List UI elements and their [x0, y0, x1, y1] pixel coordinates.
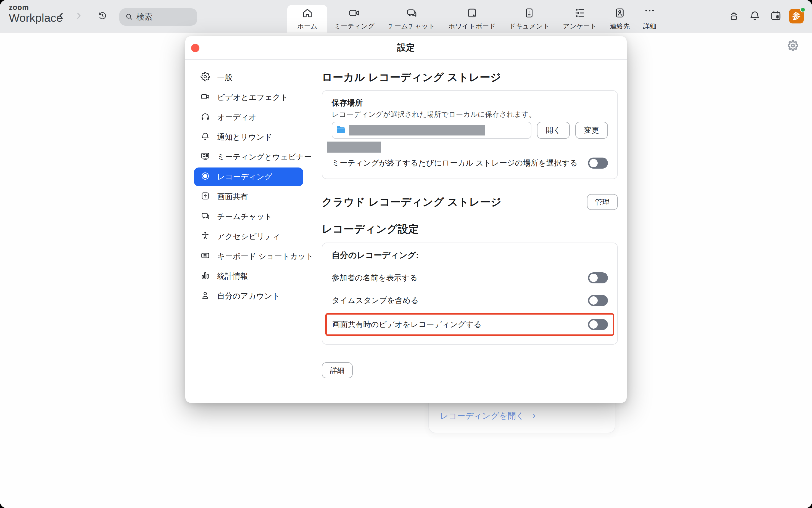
setting-label: タイムスタンプを含める — [332, 295, 419, 306]
history-clock-icon — [98, 11, 107, 22]
tab-contacts[interactable]: 連絡先 — [603, 5, 636, 33]
close-button[interactable] — [191, 44, 199, 52]
online-status-dot — [800, 7, 806, 12]
top-bar: zoom Workplace 検索 ホーム ミーティング — [0, 0, 812, 33]
tab-label: ミーティング — [334, 22, 375, 31]
save-location-description: レコーディングが選択された場所でローカルに保存されます。 — [332, 110, 608, 119]
local-storage-heading: ローカル レコーディング ストレージ — [322, 71, 618, 84]
redacted-path-text — [349, 125, 485, 135]
tab-whiteboard[interactable]: ホワイトボード — [441, 5, 502, 33]
sidebar-item-statistics[interactable]: 統計情報 — [194, 267, 303, 286]
chat-bubbles-icon — [406, 7, 417, 20]
sidebar-item-label: アクセシビリティ — [217, 231, 280, 242]
sidebar-item-general[interactable]: 一般 — [194, 68, 303, 87]
sidebar-item-label: キーボード ショートカット — [217, 251, 314, 262]
sidebar-item-recording[interactable]: レコーディング — [194, 168, 303, 186]
tab-label: 連絡先 — [610, 22, 630, 31]
bell-icon — [200, 132, 210, 143]
zoom-workplace-logo: zoom Workplace — [9, 4, 63, 24]
person-icon — [200, 291, 210, 302]
setting-row-record-video-during-share: 画面共有時のビデオをレコーディングする — [332, 319, 608, 331]
logo-zoom-text: zoom — [9, 4, 63, 11]
sidebar-item-screen-share[interactable]: 画面共有 — [194, 187, 303, 206]
tab-home[interactable]: ホーム — [287, 5, 327, 33]
my-recordings-label: 自分のレコーディング: — [332, 250, 608, 261]
sidebar-item-team-chat[interactable]: チームチャット — [194, 207, 303, 226]
logo-workplace-text: Workplace — [9, 12, 63, 24]
chevron-left-icon — [56, 11, 66, 22]
sidebar-item-label: チームチャット — [217, 211, 272, 222]
sidebar-item-label: 画面共有 — [217, 192, 248, 202]
sidebar-item-my-account[interactable]: 自分のアカウント — [194, 287, 303, 305]
sidebar-item-meetings-webinars[interactable]: ミーティングとウェビナー — [194, 147, 303, 166]
choose-location-toggle-label: ミーティングが終了するたびにローカル ストレージの場所を選択する — [332, 158, 578, 168]
sidebar-item-audio[interactable]: オーディオ — [194, 108, 303, 127]
bell-icon — [749, 10, 761, 23]
gear-icon — [200, 72, 210, 83]
record-video-during-share-toggle[interactable] — [588, 319, 608, 330]
save-location-label: 保存場所 — [332, 98, 608, 108]
survey-list-icon — [574, 7, 585, 20]
tab-label: 詳細 — [643, 22, 656, 31]
sidebar-item-label: 統計情報 — [217, 271, 248, 282]
tab-label: ドキュメント — [509, 22, 550, 31]
video-camera-icon — [200, 92, 210, 103]
avatar[interactable]: 参 — [789, 9, 804, 24]
main-tabs: ホーム ミーティング チームチャット ホワイトボード ドキュメント アンケート — [287, 0, 663, 33]
sidebar-item-keyboard-shortcuts[interactable]: キーボード ショートカット — [194, 247, 303, 266]
sidebar-item-notifications-sounds[interactable]: 通知とサウンド — [194, 128, 303, 146]
app-window: zoom Workplace 検索 ホーム ミーティング — [0, 0, 812, 508]
chat-bubbles-icon — [200, 211, 210, 222]
manage-cloud-button[interactable]: 管理 — [587, 194, 618, 210]
include-timestamp-toggle[interactable] — [588, 295, 608, 306]
topbar-right-icons — [728, 10, 782, 23]
keyboard-icon — [200, 251, 210, 262]
open-folder-button[interactable]: 開く — [537, 122, 570, 139]
cast-icon — [728, 10, 740, 23]
sidebar-item-label: 自分のアカウント — [217, 291, 280, 301]
tab-label: チームチャット — [388, 22, 435, 31]
settings-sidebar: 一般 ビデオとエフェクト オーディオ 通知とサウンド ミーティングとウェビナー — [185, 60, 303, 402]
notifications-button[interactable] — [748, 10, 761, 23]
document-icon — [524, 7, 535, 20]
tab-label: ホーム — [297, 22, 317, 31]
history-button[interactable] — [96, 10, 109, 23]
sidebar-item-label: ビデオとエフェクト — [217, 92, 288, 103]
accessibility-person-icon — [200, 231, 210, 242]
highlight-outline: 画面共有時のビデオをレコーディングする — [325, 313, 614, 336]
back-button[interactable] — [55, 10, 68, 23]
local-storage-card: 保存場所 レコーディングが選択された場所でローカルに保存されます。 開く 変更 … — [322, 90, 618, 179]
recording-settings-heading: レコーディング設定 — [322, 223, 618, 236]
forward-button[interactable] — [72, 10, 85, 23]
search-placeholder: 検索 — [137, 11, 152, 23]
ellipsis-icon — [644, 7, 655, 20]
setting-label: 画面共有時のビデオをレコーディングする — [332, 319, 482, 330]
setting-row-include-timestamp: タイムスタンプを含める — [332, 294, 608, 306]
sidebar-item-label: オーディオ — [217, 112, 257, 123]
tab-team-chat[interactable]: チームチャット — [381, 5, 441, 33]
tab-surveys[interactable]: アンケート — [556, 5, 603, 33]
video-camera-icon — [349, 7, 360, 20]
change-folder-button[interactable]: 変更 — [575, 122, 608, 139]
avatar-initial: 参 — [792, 10, 801, 22]
advanced-details-button[interactable]: 詳細 — [322, 362, 353, 378]
sidebar-item-accessibility[interactable]: アクセシビリティ — [194, 227, 303, 246]
recording-path-input[interactable] — [332, 122, 531, 139]
tab-label: ホワイトボード — [448, 22, 496, 31]
cast-button[interactable] — [728, 10, 740, 23]
dialog-header: 設定 — [185, 36, 627, 60]
tab-more[interactable]: 詳細 — [636, 5, 663, 33]
choose-location-toggle[interactable] — [588, 158, 608, 169]
setting-label: 参加者の名前を表示する — [332, 272, 418, 283]
sidebar-item-label: 一般 — [217, 72, 233, 83]
search-input[interactable]: 検索 — [119, 8, 197, 26]
tab-meetings[interactable]: ミーティング — [327, 5, 381, 33]
calendar-button[interactable] — [769, 10, 782, 23]
bar-chart-icon — [200, 271, 210, 282]
meeting-screen-icon — [200, 152, 210, 163]
tab-docs[interactable]: ドキュメント — [502, 5, 556, 33]
home-icon — [302, 7, 313, 20]
sidebar-item-video-effects[interactable]: ビデオとエフェクト — [194, 88, 303, 107]
whiteboard-icon — [466, 7, 478, 20]
show-participant-names-toggle[interactable] — [588, 272, 608, 283]
